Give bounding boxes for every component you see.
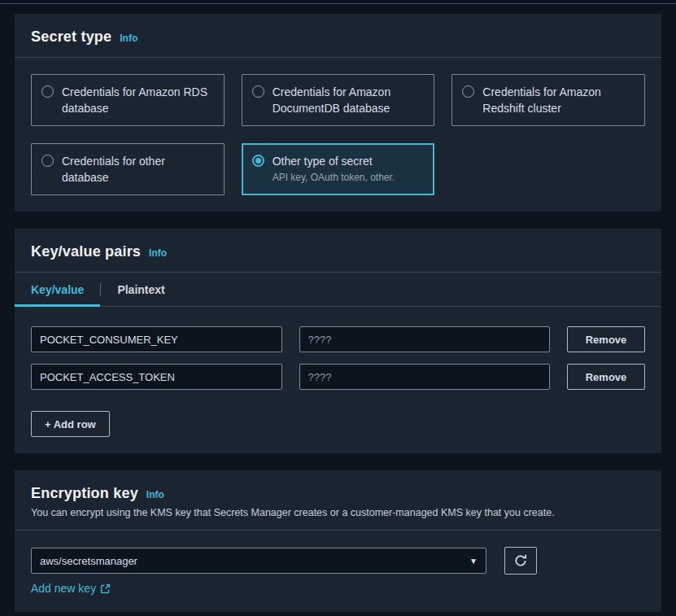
secret-type-options: Credentials for Amazon RDS database Cred…: [31, 74, 645, 195]
key-value-pairs-section: Key/value pairs Info Key/value Plaintext…: [15, 229, 661, 453]
value-input[interactable]: [299, 326, 551, 352]
external-link-icon: [100, 583, 111, 594]
refresh-icon: [514, 554, 527, 567]
key-input[interactable]: [31, 364, 282, 390]
option-documentdb-database[interactable]: Credentials for Amazon DocumentDB databa…: [242, 74, 435, 126]
secret-type-info-link[interactable]: Info: [120, 33, 137, 44]
option-rds-database[interactable]: Credentials for Amazon RDS database: [31, 74, 225, 126]
remove-row-button[interactable]: Remove: [567, 326, 645, 352]
option-other-database[interactable]: Credentials for other database: [31, 143, 225, 195]
encryption-key-section: Encryption key Info You can encrypt usin…: [15, 470, 661, 612]
add-new-key-link[interactable]: Add new key: [31, 582, 111, 595]
radio-selected-icon: [252, 155, 264, 167]
secret-type-title: Secret type: [31, 28, 111, 46]
option-other-type-of-secret[interactable]: Other type of secret API key, OAuth toke…: [242, 143, 435, 195]
remove-row-button[interactable]: Remove: [567, 364, 645, 390]
radio-icon: [462, 85, 474, 98]
kms-key-selected-value: aws/secretsmanager: [40, 555, 137, 567]
encryption-key-info-link[interactable]: Info: [146, 489, 164, 500]
option-description: API key, OAuth token, other.: [273, 171, 395, 184]
value-input[interactable]: [299, 364, 551, 390]
key-value-pairs-info-link[interactable]: Info: [149, 247, 167, 259]
key-value-row: Remove: [31, 326, 645, 352]
tab-plaintext[interactable]: Plaintext: [101, 273, 181, 306]
tab-key-value[interactable]: Key/value: [15, 273, 100, 306]
key-value-row: Remove: [31, 364, 645, 390]
kms-key-select[interactable]: aws/secretsmanager ▼: [31, 548, 486, 574]
key-input[interactable]: [31, 326, 282, 352]
refresh-button[interactable]: [504, 547, 537, 574]
key-value-pairs-title: Key/value pairs: [31, 243, 141, 260]
option-redshift-cluster[interactable]: Credentials for Amazon Redshift cluster: [451, 74, 645, 126]
radio-icon: [41, 85, 54, 98]
encryption-key-title: Encryption key: [31, 485, 138, 502]
page: Secret type Info Credentials for Amazon …: [0, 4, 676, 612]
radio-icon: [252, 85, 264, 98]
encryption-key-description: You can encrypt using the KMS key that S…: [31, 507, 645, 518]
key-value-tabs: Key/value Plaintext: [15, 273, 661, 307]
radio-icon: [41, 155, 54, 167]
chevron-down-icon: ▼: [469, 557, 478, 566]
add-row-button[interactable]: + Add row: [31, 411, 110, 437]
secret-type-section: Secret type Info Credentials for Amazon …: [15, 14, 661, 212]
